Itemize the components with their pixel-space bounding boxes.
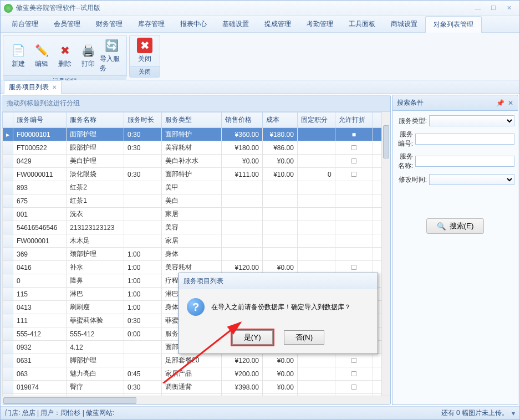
window-title: 傲蓝美容院管理软件--试用版 [16,3,471,13]
menu-5[interactable]: 基础设置 [215,16,257,32]
menubar: 前台管理会员管理财务管理库存管理报表中心基础设置提成管理考勤管理工具面板商城设置… [1,16,519,33]
modify-date-select[interactable] [429,174,514,185]
col-header[interactable]: 服务名称 [67,112,124,128]
table-row[interactable]: 54616546546213123123123美容 [3,221,390,234]
table-row[interactable]: 0429美白护理美白补水水¥0.00¥0.00☐ [3,155,390,168]
table-row[interactable]: 333刷体面部基护¥0.00¥18.00☐ [3,394,390,396]
menu-7[interactable]: 考勤管理 [299,16,341,32]
document-tabs: 服务项目列表 ✕ [1,80,519,94]
grid-panel: 拖动列标题到这进行分组 服务编号服务名称服务时长服务类型销售价格成本固定积分允许… [2,95,391,405]
col-header[interactable]: 服务编号 [13,112,67,128]
dialog-title: 服务项目列表 [179,273,378,289]
table-row[interactable]: 369颈部护理1:00身体 [3,248,390,261]
menu-6[interactable]: 提成管理 [257,16,299,32]
search-icon: 🔍 [437,222,446,231]
service-name-input[interactable] [415,156,514,167]
panel-header: 搜索条件 📌 ✕ [392,95,518,111]
table-row[interactable]: 0416补水1:00美容耗材¥120.00¥0.00☐ [3,261,390,274]
col-header[interactable]: 服务时长 [124,112,162,128]
dialog-message: 在导入之前请备份数据库！确定导入到数据库？ [211,303,351,312]
search-button[interactable]: 🔍 搜索(E) [426,218,485,234]
confirm-dialog: 服务项目列表 ? 在导入之前请备份数据库！确定导入到数据库？ 是(Y) 否(N) [179,273,378,354]
titlebar: 傲蓝美容院管理软件--试用版 — ☐ ✕ [1,1,519,16]
app-window: 傲蓝美容院管理软件--试用版 — ☐ ✕ 前台管理会员管理财务管理库存管理报表中… [0,0,520,420]
ribbon-编辑[interactable]: ✏️编辑 [30,38,53,73]
ribbon-删除[interactable]: ✖删除 [53,38,77,73]
col-header[interactable]: 允许打折 [335,112,373,128]
table-row[interactable]: 0631脚部护理足部套餐20¥120.00¥0.00☐ [3,354,390,367]
ribbon-group-close: ✖关闭 关闭 [129,35,160,78]
menu-4[interactable]: 报表中心 [172,16,215,32]
pin-icon[interactable]: 📌 [496,99,504,107]
table-row[interactable]: ▸F00000101面部护理0:30面部特护¥360.00¥180.00■ [3,128,390,141]
minimize-button[interactable]: — [471,4,485,13]
table-row[interactable]: 893红茶2美甲 [3,181,390,194]
vertical-scrollbar[interactable] [381,112,390,396]
service-id-input[interactable] [415,134,514,145]
menu-2[interactable]: 财务管理 [88,16,130,32]
maximize-button[interactable]: ☐ [486,4,501,13]
table-row[interactable]: 063魅力亮白0:45家居产品¥200.00¥0.00☐ [3,367,390,381]
table-row[interactable]: FT000522眼部护理0:30美容耗材¥180.00¥86.00☐ [3,141,390,155]
ribbon-group-edit: 📄新建✏️编辑✖删除🖨️打印🔄导入服务 记录编辑 [3,35,127,78]
statusbar: 门店: 总店 | 用户：周怡杉 | 傲蓝网站: 还有 0 幅图片未上传。 ▾ [1,406,519,419]
dialog-no-button[interactable]: 否(N) [284,330,325,345]
ribbon-导入服务[interactable]: 🔄导入服务 [100,38,123,73]
col-header[interactable]: 成本 [263,112,298,128]
menu-3[interactable]: 库存管理 [130,16,172,32]
ribbon-打印[interactable]: 🖨️打印 [77,38,100,73]
status-left: 门店: 总店 | 用户：周怡杉 | 傲蓝网站: [5,408,115,418]
question-icon: ? [187,298,205,316]
ribbon-关闭[interactable]: ✖关闭 [133,38,156,64]
table-row[interactable]: 019874臀疗0:30调衡通背¥398.00¥0.00☐ [3,381,390,394]
menu-1[interactable]: 会员管理 [46,16,88,32]
table-row[interactable]: FW0000011淡化眼袋0:30面部特护¥111.00¥10.000☐ [3,168,390,181]
ribbon: 📄新建✏️编辑✖删除🖨️打印🔄导入服务 记录编辑 ✖关闭 关闭 [1,33,519,80]
tab-service-list[interactable]: 服务项目列表 ✕ [4,80,62,94]
app-icon [4,4,13,13]
menu-10[interactable]: 对象列表管理 [425,16,482,33]
panel-close-icon[interactable]: ✕ [508,99,513,107]
service-type-select[interactable] [429,115,514,126]
ribbon-新建[interactable]: 📄新建 [7,38,30,73]
tab-close-icon[interactable]: ✕ [52,84,57,90]
horizontal-scrollbar[interactable] [2,396,390,404]
status-right: 还有 0 幅图片未上传。 [441,408,508,418]
dialog-yes-button[interactable]: 是(Y) [232,330,273,345]
group-hint: 拖动列标题到这进行分组 [2,95,390,112]
close-button[interactable]: ✕ [502,4,516,13]
table-row[interactable]: 001洗衣家居 [3,208,390,221]
table-row[interactable]: FW000001木木足家居 [3,234,390,248]
col-header[interactable]: 服务类型 [161,112,221,128]
search-panel: 搜索条件 📌 ✕ 服务类型: 服务编号: 服务名称: 修改时间: 🔍 搜索(E) [392,95,518,405]
menu-0[interactable]: 前台管理 [4,16,46,32]
menu-8[interactable]: 工具面板 [341,16,383,32]
col-header[interactable]: 销售价格 [222,112,263,128]
col-header[interactable]: 固定积分 [297,112,335,128]
menu-9[interactable]: 商城设置 [383,16,425,32]
chevron-down-icon[interactable]: ▾ [512,409,515,417]
table-row[interactable]: 675红茶1美白 [3,194,390,208]
